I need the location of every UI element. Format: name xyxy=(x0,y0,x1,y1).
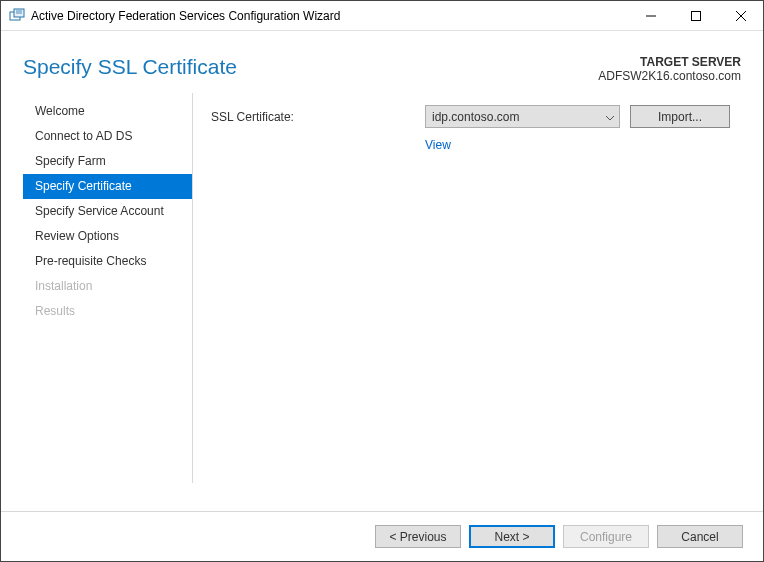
window-title: Active Directory Federation Services Con… xyxy=(31,9,628,23)
import-button[interactable]: Import... xyxy=(630,105,730,128)
ssl-cert-row: SSL Certificate: idp.contoso.com Import.… xyxy=(211,105,741,128)
window-controls xyxy=(628,1,763,30)
sidebar: Welcome Connect to AD DS Specify Farm Sp… xyxy=(23,93,193,483)
titlebar: Active Directory Federation Services Con… xyxy=(1,1,763,31)
next-button[interactable]: Next > xyxy=(469,525,555,548)
sidebar-item-specify-certificate[interactable]: Specify Certificate xyxy=(23,174,192,199)
sidebar-item-review-options[interactable]: Review Options xyxy=(23,224,192,249)
sidebar-item-installation: Installation xyxy=(23,274,192,299)
chevron-down-icon xyxy=(606,110,614,124)
ssl-cert-selected: idp.contoso.com xyxy=(432,110,519,124)
app-icon xyxy=(9,8,25,24)
view-link[interactable]: View xyxy=(425,138,451,152)
page-title: Specify SSL Certificate xyxy=(23,55,237,79)
configure-button: Configure xyxy=(563,525,649,548)
sidebar-item-results: Results xyxy=(23,299,192,324)
cancel-button[interactable]: Cancel xyxy=(657,525,743,548)
header: Specify SSL Certificate TARGET SERVER AD… xyxy=(1,31,763,93)
sidebar-item-connect-adds[interactable]: Connect to AD DS xyxy=(23,124,192,149)
ssl-cert-label: SSL Certificate: xyxy=(211,110,425,124)
ssl-cert-dropdown[interactable]: idp.contoso.com xyxy=(425,105,620,128)
minimize-button[interactable] xyxy=(628,1,673,30)
target-server-label: TARGET SERVER xyxy=(598,55,741,69)
sidebar-item-welcome[interactable]: Welcome xyxy=(23,99,192,124)
button-bar: < Previous Next > Configure Cancel xyxy=(1,511,763,561)
target-server-value: ADFSW2K16.contoso.com xyxy=(598,69,741,83)
content-area: SSL Certificate: idp.contoso.com Import.… xyxy=(193,93,763,483)
maximize-button[interactable] xyxy=(673,1,718,30)
sidebar-item-specify-farm[interactable]: Specify Farm xyxy=(23,149,192,174)
body: Welcome Connect to AD DS Specify Farm Sp… xyxy=(1,93,763,483)
close-button[interactable] xyxy=(718,1,763,30)
sidebar-item-prereq-checks[interactable]: Pre-requisite Checks xyxy=(23,249,192,274)
target-server-info: TARGET SERVER ADFSW2K16.contoso.com xyxy=(598,55,741,83)
previous-button[interactable]: < Previous xyxy=(375,525,461,548)
svg-rect-5 xyxy=(691,11,700,20)
sidebar-item-specify-service-account[interactable]: Specify Service Account xyxy=(23,199,192,224)
